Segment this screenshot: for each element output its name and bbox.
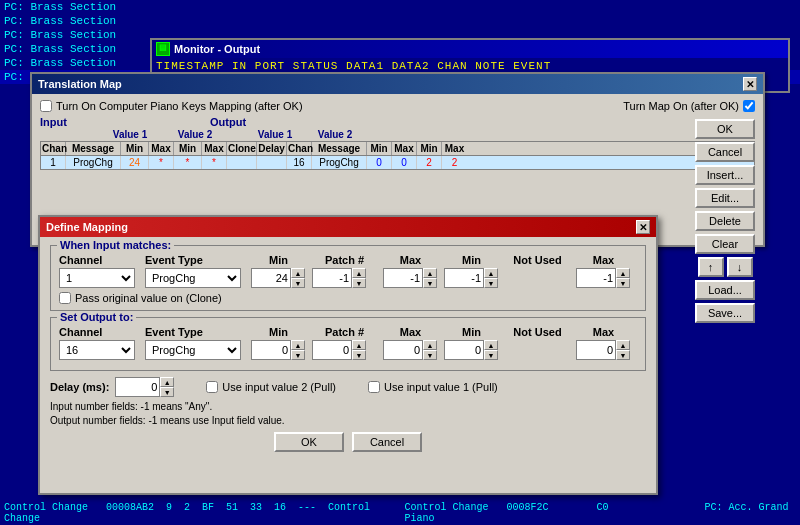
turn-map-on-label[interactable]: Turn Map On (after OK): [623, 100, 755, 112]
output-max-up[interactable]: ▲: [423, 340, 437, 350]
monitor-titlebar: ▤ Monitor - Output: [152, 40, 788, 58]
input-max2-field[interactable]: [576, 268, 616, 288]
output-min2-up[interactable]: ▲: [484, 340, 498, 350]
delete-button[interactable]: Delete: [695, 211, 755, 231]
edit-button[interactable]: Edit...: [695, 188, 755, 208]
input-max-field[interactable]: [383, 268, 423, 288]
col-min2: Min: [174, 142, 202, 155]
input-min2-down[interactable]: ▼: [484, 278, 498, 288]
output-section-label: Output: [210, 116, 755, 128]
input-max2-down[interactable]: ▼: [616, 278, 630, 288]
note-2: Output number fields: -1 means use Input…: [50, 415, 646, 426]
turn-map-on-checkbox[interactable]: [743, 100, 755, 112]
delay-input[interactable]: [115, 377, 160, 397]
translation-map-close[interactable]: ✕: [743, 77, 757, 91]
row-out-max1: 0: [392, 156, 417, 169]
up-button[interactable]: ↑: [698, 257, 724, 277]
save-button[interactable]: Save...: [695, 303, 755, 323]
col-delay: Delay: [257, 142, 287, 155]
pull2-label: Use input value 2 (Pull): [222, 381, 336, 393]
clone-label: Pass original value on (Clone): [75, 292, 222, 304]
pull1-checkbox-label[interactable]: Use input value 1 (Pull): [368, 381, 498, 393]
input-max-down[interactable]: ▼: [423, 278, 437, 288]
eventtype-col-header: Event Type: [145, 254, 245, 266]
value2-output-label: Value 2: [300, 129, 370, 140]
piano-keys-label: Turn On Computer Piano Keys Mapping (aft…: [56, 100, 303, 112]
status-bar: Control Change 00008AB2 9 2 BF 51 33 16 …: [0, 501, 800, 525]
input-patch-down[interactable]: ▼: [352, 278, 366, 288]
pull2-checkbox-label[interactable]: Use input value 2 (Pull): [206, 381, 336, 393]
row-min2: *: [174, 156, 202, 169]
min2-col-header: Min: [444, 254, 499, 266]
input-min2-field[interactable]: [444, 268, 484, 288]
col-out-chan: Chan: [287, 142, 312, 155]
row-out-chan: 16: [287, 156, 312, 169]
bg-line-2: PC: Brass Section: [0, 14, 800, 28]
bg-line-1: PC: Brass Section: [0, 0, 800, 14]
pull1-checkbox[interactable]: [368, 381, 380, 393]
col-chan: Chan: [41, 142, 66, 155]
cancel-button[interactable]: Cancel: [695, 142, 755, 162]
output-min2-field[interactable]: [444, 340, 484, 360]
input-section-label: Input: [40, 116, 210, 128]
input-patch-up[interactable]: ▲: [352, 268, 366, 278]
max-col-header: Max: [383, 254, 438, 266]
output-min-field[interactable]: [251, 340, 291, 360]
output-max2-down[interactable]: ▼: [616, 350, 630, 360]
row-out-min1: 0: [367, 156, 392, 169]
pull2-checkbox[interactable]: [206, 381, 218, 393]
input-max2-up[interactable]: ▲: [616, 268, 630, 278]
clone-checkbox-label[interactable]: Pass original value on (Clone): [59, 292, 637, 304]
input-min-up[interactable]: ▲: [291, 268, 305, 278]
row-min1: 24: [121, 156, 149, 169]
monitor-icon: ▤: [156, 42, 170, 56]
out-channel-col-header: Channel: [59, 326, 139, 338]
out-max-col-header: Max: [383, 326, 438, 338]
row-out-msg: ProgChg: [312, 156, 367, 169]
col-message: Message: [66, 142, 121, 155]
define-cancel-button[interactable]: Cancel: [352, 432, 422, 452]
output-max-field[interactable]: [383, 340, 423, 360]
out-min2-col-header: Min: [444, 326, 499, 338]
input-channel-select[interactable]: 1: [59, 268, 135, 288]
piano-keys-checkbox-label[interactable]: Turn On Computer Piano Keys Mapping (aft…: [40, 100, 303, 112]
output-patch-down[interactable]: ▼: [352, 350, 366, 360]
row-out-min2: 2: [417, 156, 442, 169]
delay-down[interactable]: ▼: [160, 387, 174, 397]
col-clone: Clone: [227, 142, 257, 155]
output-min-up[interactable]: ▲: [291, 340, 305, 350]
input-patch-field[interactable]: [312, 268, 352, 288]
output-channel-select[interactable]: 16: [59, 340, 135, 360]
value1-input-label: Value 1: [100, 129, 160, 140]
col-out-max2: Max: [442, 142, 467, 155]
input-event-type-select[interactable]: ProgChg: [145, 268, 241, 288]
out-min-col-header: Min: [251, 326, 306, 338]
output-event-type-select[interactable]: ProgChg: [145, 340, 241, 360]
output-patch-up[interactable]: ▲: [352, 340, 366, 350]
set-output-label: Set Output to:: [57, 311, 136, 323]
ok-button[interactable]: OK: [695, 119, 755, 139]
piano-keys-checkbox[interactable]: [40, 100, 52, 112]
input-min-field[interactable]: [251, 268, 291, 288]
clone-checkbox[interactable]: [59, 292, 71, 304]
output-max2-up[interactable]: ▲: [616, 340, 630, 350]
define-mapping-close[interactable]: ✕: [636, 220, 650, 234]
status-line-2: Control Change 0008F2C C0 PC: Acc. Grand…: [404, 502, 796, 524]
clear-button[interactable]: Clear: [695, 234, 755, 254]
output-max-down[interactable]: ▼: [423, 350, 437, 360]
down-button[interactable]: ↓: [727, 257, 753, 277]
col-out-min1: Min: [367, 142, 392, 155]
output-min-down[interactable]: ▼: [291, 350, 305, 360]
insert-button[interactable]: Insert...: [695, 165, 755, 185]
output-max2-field[interactable]: [576, 340, 616, 360]
delay-up[interactable]: ▲: [160, 377, 174, 387]
input-max-up[interactable]: ▲: [423, 268, 437, 278]
define-ok-button[interactable]: OK: [274, 432, 344, 452]
row-clone: [227, 156, 257, 169]
output-min2-down[interactable]: ▼: [484, 350, 498, 360]
output-patch-field[interactable]: [312, 340, 352, 360]
load-button[interactable]: Load...: [695, 280, 755, 300]
input-min-down[interactable]: ▼: [291, 278, 305, 288]
notused-col-header: Not Used: [505, 254, 570, 266]
input-min2-up[interactable]: ▲: [484, 268, 498, 278]
